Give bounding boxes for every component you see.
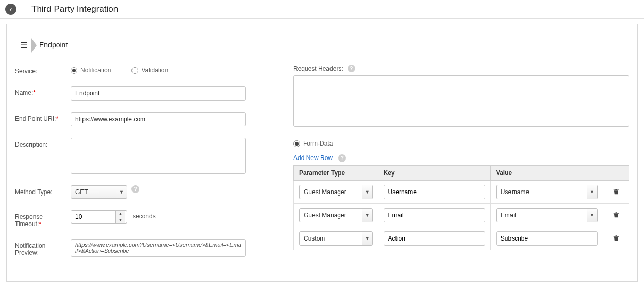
delete-row-button[interactable] bbox=[608, 234, 623, 243]
chevron-left-icon: ‹ bbox=[10, 6, 12, 13]
chevron-down-icon: ▼ bbox=[587, 185, 597, 199]
description-textarea[interactable] bbox=[71, 138, 246, 174]
radio-icon bbox=[71, 67, 77, 74]
key-input[interactable] bbox=[384, 185, 485, 199]
spinner-buttons: ▲ ▼ bbox=[115, 211, 125, 223]
label-method: Method Type: bbox=[15, 185, 71, 196]
key-input[interactable] bbox=[384, 208, 485, 222]
param-type-value: Guest Manager bbox=[300, 185, 362, 199]
radio-icon bbox=[293, 140, 300, 147]
col-header-action bbox=[603, 166, 629, 181]
timeout-spinner[interactable]: ▲ ▼ bbox=[71, 210, 127, 224]
param-type-select[interactable]: Guest Manager▼ bbox=[299, 185, 373, 199]
back-button[interactable]: ‹ bbox=[5, 4, 16, 15]
table-row: Guest Manager▼Email▼ bbox=[294, 204, 629, 227]
label-preview: Notification Preview: bbox=[15, 239, 71, 257]
caret-down-icon: ▼ bbox=[119, 218, 122, 222]
spinner-down-button[interactable]: ▼ bbox=[116, 217, 125, 224]
timeout-input[interactable] bbox=[71, 211, 115, 223]
method-select[interactable]: GET ▼ bbox=[71, 185, 127, 199]
service-radio-group: Notification Validation bbox=[71, 65, 168, 74]
param-type-select[interactable]: Custom▼ bbox=[299, 231, 373, 246]
chevron-down-icon: ▼ bbox=[119, 189, 124, 195]
value-select[interactable]: Email▼ bbox=[496, 208, 598, 222]
list-icon: ☰ bbox=[20, 40, 27, 50]
trash-icon bbox=[613, 211, 620, 220]
table-row: Custom▼ bbox=[294, 227, 629, 250]
main-panel: ☰ Endpoint Service: Notification Validat… bbox=[6, 24, 638, 282]
chevron-down-icon: ▼ bbox=[587, 209, 597, 222]
radio-label: Form-Data bbox=[303, 140, 333, 147]
table-row: Guest Manager▼Username▼ bbox=[294, 181, 629, 204]
row-preview: Notification Preview: https://www.exampl… bbox=[15, 239, 262, 257]
radio-notification[interactable]: Notification bbox=[71, 67, 111, 74]
label-uri: End Point URI:* bbox=[15, 112, 71, 122]
row-description: Description: bbox=[15, 138, 262, 174]
help-icon[interactable]: ? bbox=[338, 154, 346, 162]
label-service: Service: bbox=[15, 65, 71, 75]
key-input[interactable] bbox=[384, 231, 485, 246]
request-headers-textarea[interactable] bbox=[293, 75, 629, 127]
col-header-key: Key bbox=[378, 166, 490, 181]
add-row-link[interactable]: Add New Row bbox=[293, 154, 333, 162]
top-bar: ‹ Third Party Integration bbox=[0, 0, 644, 19]
body-type-row: Form-Data bbox=[293, 140, 629, 147]
value-select-value: Username bbox=[497, 185, 587, 199]
radio-form-data[interactable]: Form-Data bbox=[293, 140, 333, 147]
delete-row-button[interactable] bbox=[608, 211, 623, 220]
chevron-down-icon: ▼ bbox=[362, 209, 372, 222]
label-name: Name:* bbox=[15, 86, 71, 97]
radio-icon bbox=[131, 67, 138, 74]
row-timeout: Response Timeout:* ▲ ▼ seconds bbox=[15, 210, 262, 228]
add-row-wrap: Add New Row ? bbox=[293, 154, 629, 162]
label-request-headers: Request Headers: ? bbox=[293, 65, 629, 72]
breadcrumb-root-button[interactable]: ☰ bbox=[15, 38, 32, 52]
page-title: Third Party Integration bbox=[31, 4, 118, 14]
radio-label: Notification bbox=[80, 67, 111, 74]
chevron-down-icon: ▼ bbox=[362, 185, 372, 199]
radio-label: Validation bbox=[141, 67, 168, 74]
value-input[interactable] bbox=[496, 231, 598, 246]
row-uri: End Point URI:* bbox=[15, 112, 262, 126]
name-input[interactable] bbox=[71, 86, 246, 101]
row-service: Service: Notification Validation bbox=[15, 65, 262, 75]
method-select-value: GET bbox=[75, 188, 88, 196]
breadcrumb: ☰ Endpoint bbox=[15, 38, 75, 52]
param-type-value: Custom bbox=[300, 232, 362, 245]
row-name: Name:* bbox=[15, 86, 262, 101]
delete-row-button[interactable] bbox=[608, 188, 623, 197]
timeout-unit: seconds bbox=[133, 210, 156, 220]
params-table: Parameter Type Key Value Guest Manager▼U… bbox=[293, 165, 629, 250]
breadcrumb-separator-icon bbox=[32, 38, 37, 53]
right-column: Request Headers: ? Form-Data Add New Row… bbox=[293, 65, 629, 268]
col-header-param-type: Parameter Type bbox=[294, 166, 378, 181]
preview-box: https://www.example.com?Username=<Userna… bbox=[71, 239, 246, 257]
label-timeout: Response Timeout:* bbox=[15, 210, 71, 228]
label-description: Description: bbox=[15, 138, 71, 148]
param-type-select[interactable]: Guest Manager▼ bbox=[299, 208, 373, 222]
left-column: Service: Notification Validation Name:* bbox=[15, 65, 262, 268]
caret-up-icon: ▲ bbox=[119, 212, 122, 215]
trash-icon bbox=[613, 234, 620, 243]
param-type-value: Guest Manager bbox=[300, 209, 362, 222]
breadcrumb-current: Endpoint bbox=[37, 38, 75, 52]
spinner-up-button[interactable]: ▲ bbox=[116, 211, 125, 217]
col-header-value: Value bbox=[490, 166, 603, 181]
radio-validation[interactable]: Validation bbox=[131, 67, 168, 74]
help-icon[interactable]: ? bbox=[131, 185, 139, 193]
value-select-value: Email bbox=[497, 209, 587, 222]
row-method: Method Type: GET ▼ ? bbox=[15, 185, 262, 199]
value-select[interactable]: Username▼ bbox=[496, 185, 598, 199]
divider bbox=[24, 3, 24, 16]
form-columns: Service: Notification Validation Name:* bbox=[15, 65, 629, 268]
chevron-down-icon: ▼ bbox=[362, 232, 372, 245]
trash-icon bbox=[613, 188, 620, 197]
uri-input[interactable] bbox=[71, 112, 246, 126]
help-icon[interactable]: ? bbox=[348, 65, 355, 72]
